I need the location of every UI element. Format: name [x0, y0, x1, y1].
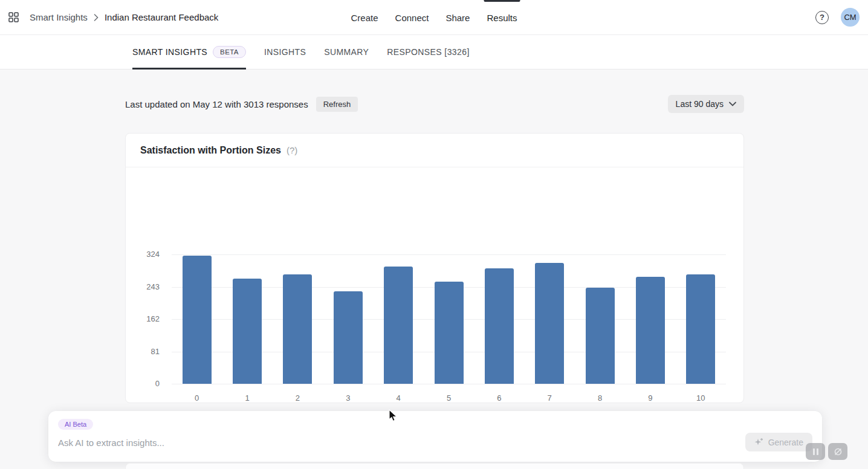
bar[interactable]	[686, 274, 715, 384]
bar[interactable]	[384, 267, 413, 384]
tab-insights[interactable]: INSIGHTS	[264, 35, 306, 69]
tab-smart-insights-label: SMART INSIGHTS	[132, 47, 207, 57]
results-tabbar: SMART INSIGHTS BETA INSIGHTS SUMMARY RES…	[0, 35, 868, 70]
x-axis-tick: 9	[625, 393, 675, 403]
bar[interactable]	[334, 291, 363, 384]
x-axis-tick: 4	[373, 393, 423, 403]
nav-item-connect[interactable]: Connect	[395, 0, 429, 35]
avatar[interactable]: CM	[841, 8, 860, 27]
tab-summary[interactable]: SUMMARY	[324, 35, 369, 69]
top-navbar: Smart Insights Indian Restaurant Feedbac…	[0, 0, 868, 35]
ai-prompt-bar: AI Beta Generate	[48, 411, 822, 462]
date-range-dropdown[interactable]: Last 90 days	[668, 95, 744, 113]
tab-smart-insights[interactable]: SMART INSIGHTS BETA	[132, 35, 246, 69]
nav-item-share[interactable]: Share	[445, 0, 470, 35]
nav-item-results[interactable]: Results	[487, 0, 517, 35]
chevron-right-icon	[94, 14, 99, 21]
hide-icon[interactable]	[828, 443, 847, 460]
y-axis-tick: 81	[131, 347, 160, 356]
bar[interactable]	[183, 256, 212, 384]
help-icon[interactable]: ?	[815, 11, 829, 24]
nav-item-create[interactable]: Create	[351, 0, 378, 35]
tab-insights-label: INSIGHTS	[264, 47, 306, 57]
beta-badge: BETA	[213, 46, 246, 58]
pause-icon[interactable]	[806, 443, 825, 460]
tab-responses-label: RESPONSES [3326]	[387, 47, 469, 57]
chart-plot: Number of responses 08116224332401234567…	[126, 167, 743, 403]
x-axis-tick: 6	[474, 393, 524, 403]
x-axis-tick: 1	[222, 393, 272, 403]
insight-card-title: Satisfaction with Portion Sizes	[140, 145, 281, 156]
bar[interactable]	[636, 277, 665, 384]
refresh-button[interactable]: Refresh	[316, 97, 358, 112]
insight-card: Satisfaction with Portion Sizes (?) Numb…	[125, 133, 744, 403]
y-axis-tick: 162	[131, 314, 160, 323]
tab-summary-label: SUMMARY	[324, 47, 369, 57]
insight-card-header: Satisfaction with Portion Sizes (?)	[126, 134, 743, 167]
chevron-down-icon	[729, 102, 736, 106]
status-row: Last updated on May 12 with 3013 respons…	[125, 96, 744, 112]
generate-button-label: Generate	[768, 438, 803, 447]
gridline	[172, 384, 726, 384]
last-updated-text: Last updated on May 12 with 3013 respons…	[125, 99, 308, 109]
x-axis-tick: 0	[172, 393, 222, 403]
bar[interactable]	[485, 268, 514, 384]
bar[interactable]	[233, 279, 262, 384]
x-axis-tick: 10	[676, 393, 726, 403]
bar[interactable]	[435, 282, 464, 384]
primary-nav: Create Connect Share Results	[351, 0, 517, 35]
ai-prompt-input[interactable]	[58, 434, 699, 451]
apps-grid-icon[interactable]	[8, 12, 19, 22]
bar[interactable]	[283, 274, 312, 384]
y-axis-tick: 324	[131, 250, 160, 259]
navbar-right: ? CM	[815, 8, 860, 27]
bar[interactable]	[535, 263, 564, 384]
insight-card-help-hint[interactable]: (?)	[287, 145, 297, 155]
tab-responses[interactable]: RESPONSES [3326]	[387, 35, 469, 69]
x-axis-tick: 5	[424, 393, 474, 403]
ai-beta-badge: AI Beta	[58, 419, 93, 430]
content-area: Last updated on May 12 with 3013 respons…	[125, 96, 744, 403]
y-axis-tick: 243	[131, 282, 160, 291]
y-axis-tick: 0	[131, 379, 160, 388]
generate-button[interactable]: Generate	[745, 433, 812, 451]
x-axis-tick: 3	[323, 393, 373, 403]
bar[interactable]	[586, 288, 615, 384]
recording-overlay-controls	[806, 443, 847, 460]
breadcrumb-page: Indian Restaurant Feedback	[105, 12, 218, 22]
breadcrumb-app[interactable]: Smart Insights	[30, 12, 88, 22]
date-range-value: Last 90 days	[676, 99, 724, 109]
x-axis-tick: 7	[525, 393, 575, 403]
breadcrumb: Smart Insights Indian Restaurant Feedbac…	[8, 12, 218, 22]
gridline	[172, 254, 726, 255]
sparkle-icon	[754, 438, 763, 447]
x-axis-tick: 2	[273, 393, 323, 403]
x-axis-tick: 8	[575, 393, 625, 403]
next-insight-card-sliver	[125, 463, 744, 469]
